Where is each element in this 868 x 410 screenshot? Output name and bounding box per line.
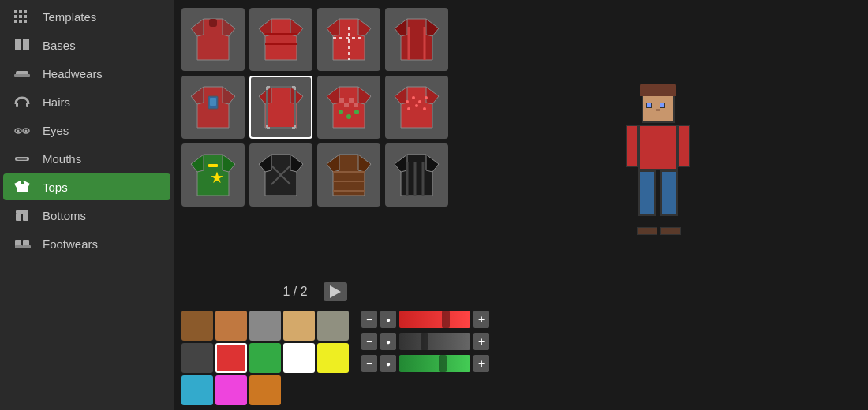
red-plus-button[interactable]: + [473, 311, 489, 328]
svg-marker-60 [290, 87, 303, 104]
items-grid: ★ [181, 8, 448, 274]
grid-item-2[interactable] [317, 8, 380, 71]
swatch-brown-med[interactable] [215, 311, 247, 341]
svg-rect-9 [15, 39, 21, 46]
svg-marker-25 [25, 181, 30, 188]
grid-item-10[interactable] [317, 144, 380, 207]
dark-dot-button[interactable]: ● [380, 333, 396, 350]
grid-item-6[interactable] [317, 76, 380, 139]
svg-point-77 [339, 110, 343, 114]
dark-color-bar[interactable] [399, 333, 470, 350]
red-minus-button[interactable]: − [361, 311, 377, 328]
svg-point-87 [407, 107, 410, 110]
sidebar-item-headwears[interactable]: Headwears [3, 60, 170, 87]
sidebar-item-templates[interactable]: Templates [3, 3, 170, 30]
svg-rect-57 [210, 98, 216, 106]
eyes-icon [11, 123, 33, 137]
svg-rect-7 [19, 20, 22, 23]
svg-marker-36 [223, 19, 235, 36]
svg-point-86 [425, 96, 428, 99]
sidebar-label-headwears: Headwears [43, 67, 103, 80]
grid-item-5[interactable] [249, 76, 312, 139]
sidebar-item-mouths[interactable]: Mouths [3, 145, 170, 172]
bases-icon [11, 38, 33, 52]
color-swatches [181, 311, 349, 405]
sidebar-label-hairs: Hairs [43, 95, 70, 109]
sidebar-label-footwears: Footwears [43, 237, 98, 251]
character-body [638, 125, 678, 170]
dark-plus-button[interactable]: + [473, 333, 489, 350]
sidebar-item-footwears[interactable]: Footwears [3, 230, 170, 257]
red-dot-button[interactable]: ● [380, 311, 396, 328]
character-preview [623, 85, 694, 227]
svg-text:★: ★ [210, 169, 224, 186]
swatch-cyan[interactable] [181, 375, 213, 405]
grid-item-8[interactable]: ★ [181, 144, 245, 207]
svg-rect-31 [15, 245, 23, 248]
green-dot-button[interactable]: ● [380, 355, 396, 372]
swatch-green[interactable] [249, 343, 281, 373]
svg-marker-59 [259, 87, 271, 104]
swatch-gray-dark[interactable] [249, 311, 281, 341]
swatch-gray-light[interactable] [317, 311, 349, 341]
svg-point-84 [412, 96, 415, 99]
green-minus-button[interactable]: − [361, 355, 377, 372]
sidebar-item-bottoms[interactable]: Bottoms [3, 202, 170, 229]
page-label: 1 / 2 [282, 285, 307, 299]
sidebar-label-mouths: Mouths [43, 152, 81, 166]
swatch-black[interactable] [181, 343, 213, 373]
svg-rect-16 [26, 102, 28, 107]
svg-point-78 [346, 114, 351, 119]
grid-item-11[interactable] [385, 144, 448, 207]
character-leg-left [638, 170, 656, 216]
dark-minus-button[interactable]: − [361, 333, 377, 350]
svg-rect-5 [24, 15, 27, 18]
svg-marker-102 [358, 155, 371, 172]
svg-rect-0 [14, 10, 17, 13]
pagination: 1 / 2 [181, 279, 448, 304]
swatch-red[interactable] [215, 343, 247, 373]
svg-rect-73 [339, 98, 344, 102]
svg-marker-97 [290, 155, 303, 172]
swatch-yellow[interactable] [317, 343, 349, 373]
swatch-white[interactable] [283, 343, 315, 373]
sidebar: Templates Bases Headwears [0, 0, 174, 410]
sidebar-item-hairs[interactable]: Hairs [3, 88, 170, 115]
svg-rect-76 [354, 102, 358, 107]
grid-item-7[interactable] [385, 76, 448, 139]
sidebar-item-tops[interactable]: Tops [3, 173, 170, 200]
svg-rect-37 [209, 19, 217, 27]
sidebar-item-eyes[interactable]: Eyes [3, 117, 170, 144]
swatch-pink[interactable] [215, 375, 247, 405]
svg-marker-50 [426, 19, 439, 36]
svg-marker-49 [395, 19, 407, 36]
grid-item-9[interactable] [249, 144, 312, 207]
character-hair [640, 84, 676, 96]
swatch-orange[interactable] [249, 375, 281, 405]
palette-section: − ● + − ● + − ● [181, 311, 860, 405]
sidebar-item-bases[interactable]: Bases [3, 32, 170, 58]
grid-item-3[interactable] [385, 8, 448, 71]
next-page-button[interactable] [324, 282, 347, 301]
swatch-brown-dark[interactable] [181, 311, 213, 341]
green-color-bar[interactable] [399, 355, 470, 372]
color-row-green: − ● + [361, 355, 489, 372]
svg-rect-11 [15, 46, 21, 50]
svg-rect-3 [14, 15, 17, 18]
svg-rect-2 [24, 10, 27, 13]
svg-rect-12 [23, 46, 29, 50]
svg-rect-10 [23, 39, 29, 46]
sidebar-label-templates: Templates [43, 10, 96, 24]
grid-item-0[interactable] [181, 8, 245, 71]
svg-marker-92 [223, 155, 235, 172]
character-foot-left [637, 227, 657, 235]
svg-marker-72 [358, 87, 371, 104]
grid-item-1[interactable] [249, 8, 312, 71]
green-plus-button[interactable]: + [473, 355, 489, 372]
tops-icon [11, 180, 33, 194]
grid-item-4[interactable] [181, 76, 245, 139]
svg-rect-4 [19, 15, 22, 18]
character-foot-right [660, 227, 681, 235]
swatch-tan[interactable] [283, 311, 315, 341]
red-color-bar[interactable] [399, 311, 470, 328]
